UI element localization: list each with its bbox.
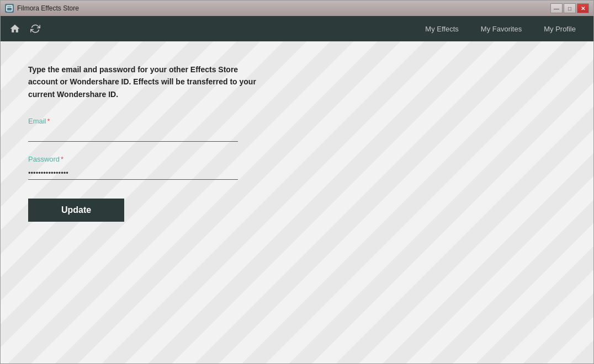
app-window: Filmora Effects Store — □ ✕ My Ef <box>0 0 594 364</box>
password-required-star: * <box>61 155 63 163</box>
my-profile-link[interactable]: My Profile <box>533 25 587 33</box>
my-effects-link[interactable]: My Effects <box>414 25 469 33</box>
window-controls: — □ ✕ <box>550 3 589 13</box>
refresh-button[interactable] <box>28 22 43 36</box>
email-required-star: * <box>47 117 50 125</box>
navbar-left <box>7 21 414 36</box>
my-favorites-link[interactable]: My Favorites <box>470 25 533 33</box>
minimize-button[interactable]: — <box>550 3 563 13</box>
email-label: Email* <box>28 117 260 125</box>
titlebar: Filmora Effects Store — □ ✕ <box>1 1 593 16</box>
update-button[interactable]: Update <box>28 199 124 222</box>
home-icon <box>9 23 20 34</box>
refresh-icon <box>30 24 40 34</box>
close-button[interactable]: ✕ <box>577 3 589 13</box>
form-container: Type the email and password for your oth… <box>1 41 288 244</box>
form-description: Type the email and password for your oth… <box>28 63 260 100</box>
navbar: My Effects My Favorites My Profile <box>1 16 593 41</box>
password-label: Password* <box>28 155 260 163</box>
email-input[interactable] <box>28 129 238 142</box>
maximize-button[interactable]: □ <box>564 3 576 13</box>
password-group: Password* <box>28 155 260 180</box>
navbar-right: My Effects My Favorites My Profile <box>414 25 587 33</box>
home-button[interactable] <box>7 21 23 36</box>
main-content: Type the email and password for your oth… <box>1 41 593 363</box>
email-group: Email* <box>28 117 260 142</box>
window-title: Filmora Effects Store <box>17 4 550 12</box>
app-icon <box>5 4 14 13</box>
svg-rect-0 <box>7 6 12 11</box>
password-input[interactable] <box>28 167 238 180</box>
